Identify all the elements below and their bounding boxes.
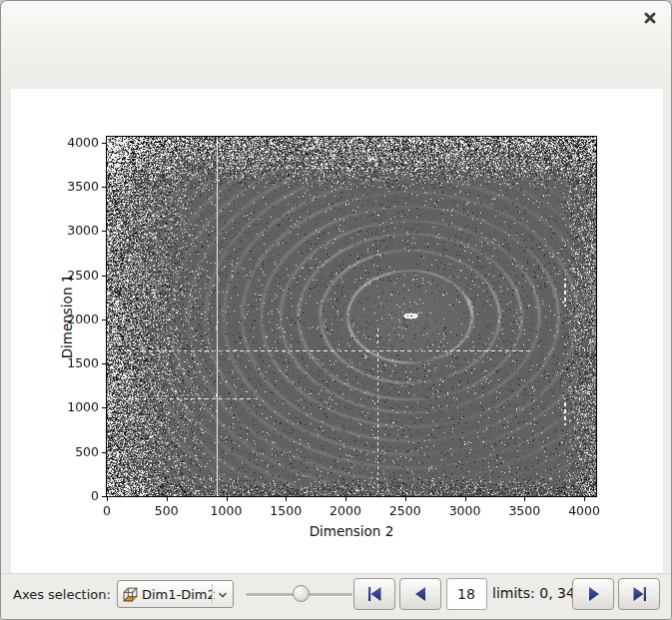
y-tick-mark xyxy=(102,363,106,364)
y-tick-label: 2000 xyxy=(57,311,99,326)
y-tick-mark xyxy=(102,143,106,144)
limits-label: limits: 0, 34 xyxy=(492,585,572,601)
x-tick-label: 2000 xyxy=(322,503,369,518)
x-tick-mark xyxy=(286,497,287,501)
x-tick-mark xyxy=(345,497,346,501)
y-tick-mark xyxy=(102,407,106,408)
close-button[interactable] xyxy=(642,10,658,26)
y-tick-label: 1500 xyxy=(57,355,99,370)
y-tick-label: 0 xyxy=(57,488,99,503)
x-tick-mark xyxy=(167,497,168,501)
titlebar xyxy=(1,1,671,47)
x-tick-label: 1500 xyxy=(262,503,310,518)
combo-separator xyxy=(212,584,213,604)
plot-frame xyxy=(106,136,597,497)
axes-selection-label: Axes selection: xyxy=(13,587,111,602)
frame-slider[interactable] xyxy=(246,574,352,614)
axes-selection-value: Dim1-Dim2 xyxy=(142,587,216,602)
y-tick-mark xyxy=(102,276,106,277)
y-tick-mark xyxy=(102,319,106,320)
last-frame-button[interactable] xyxy=(618,578,660,610)
y-tick-mark xyxy=(102,187,106,188)
x-tick-mark xyxy=(584,497,585,501)
skip-to-first-icon xyxy=(365,585,384,603)
y-tick-label: 4000 xyxy=(57,135,99,150)
x-tick-mark xyxy=(405,497,406,501)
stack-view-window: 0 Y xyxy=(0,0,672,620)
x-tick-label: 500 xyxy=(143,503,191,518)
x-axis-label: Dimension 2 xyxy=(106,523,597,539)
combo-cube-icon xyxy=(122,586,139,603)
y-tick-mark xyxy=(102,452,106,453)
y-tick-label: 1000 xyxy=(57,399,99,414)
y-tick-mark xyxy=(102,496,106,497)
y-tick-label: 3000 xyxy=(57,223,99,238)
x-tick-label: 2500 xyxy=(381,503,429,518)
x-tick-label: 3000 xyxy=(441,503,489,518)
x-tick-mark xyxy=(227,497,228,501)
slider-handle[interactable] xyxy=(293,585,310,602)
previous-frame-button[interactable] xyxy=(399,578,441,610)
x-tick-mark xyxy=(107,497,108,501)
frame-number-value: 18 xyxy=(457,586,475,602)
axes-selection-combobox[interactable]: Dim1-Dim2 xyxy=(117,580,234,608)
x-tick-label: 4000 xyxy=(560,503,608,518)
frame-number-field[interactable]: 18 xyxy=(446,578,487,610)
x-tick-mark xyxy=(465,497,466,501)
close-icon xyxy=(642,10,658,26)
bottom-bar: Axes selection: Dim1-Dim2 xyxy=(1,573,671,620)
previous-icon xyxy=(411,585,430,603)
x-tick-label: 0 xyxy=(83,503,131,518)
y-tick-label: 2500 xyxy=(57,268,99,283)
x-tick-label: 1000 xyxy=(203,503,251,518)
plot-figure: Dimension 2 Dimension 1 0500100015002000… xyxy=(11,89,663,573)
y-tick-label: 500 xyxy=(57,444,99,459)
toolbar: 0 Y xyxy=(1,49,671,89)
y-tick-label: 3500 xyxy=(57,179,99,194)
x-tick-mark xyxy=(524,497,525,501)
skip-to-last-icon xyxy=(630,585,649,603)
next-frame-button[interactable] xyxy=(572,578,614,610)
y-tick-mark xyxy=(102,231,106,232)
x-tick-label: 3500 xyxy=(500,503,548,518)
combo-chevron-down-icon xyxy=(218,591,228,599)
first-frame-button[interactable] xyxy=(353,578,395,610)
next-icon xyxy=(584,585,603,603)
